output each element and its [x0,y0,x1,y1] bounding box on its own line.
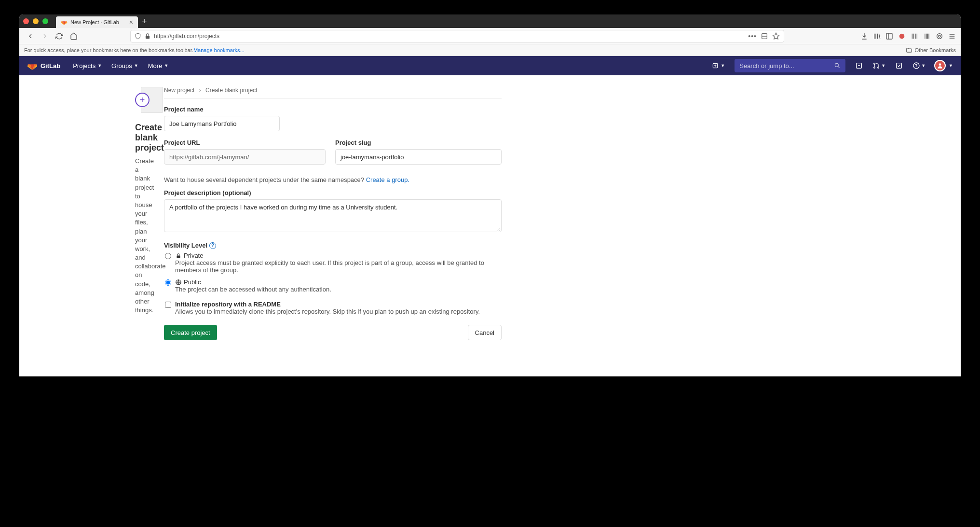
readme-checkbox[interactable] [165,302,171,308]
nav-todo[interactable] [891,62,907,69]
gitlab-favicon-icon [61,19,68,26]
nav-create-new[interactable]: ▼ [708,62,729,69]
extension-2-icon[interactable] [911,32,918,40]
svg-point-13 [913,63,919,69]
minimize-window[interactable] [33,18,39,24]
extension-3-icon[interactable] [923,32,931,40]
new-tab-button[interactable]: + [142,16,147,27]
visibility-public-radio[interactable] [165,279,171,286]
address-bar[interactable]: https://gitlab.com/projects ••• [130,30,784,42]
maximize-window[interactable] [42,18,48,24]
tab-title: New Project · GitLab [70,19,119,25]
plus-box-icon [712,62,719,69]
plus-circle-icon: + [135,93,150,107]
download-icon[interactable] [860,32,868,40]
svg-rect-12 [897,63,902,69]
close-tab-icon[interactable]: × [129,18,133,26]
svg-point-14 [939,63,941,66]
breadcrumb-create-blank: Create blank project [205,87,257,94]
folder-icon [906,47,912,54]
project-name-label: Project name [164,106,502,113]
svg-point-7 [835,63,839,67]
forward-button[interactable] [39,30,51,42]
other-bookmarks[interactable]: Other Bookmarks [906,47,956,54]
nav-issues[interactable] [851,62,867,69]
project-url-label: Project URL [164,139,326,146]
help-icon[interactable]: ? [209,242,216,249]
close-window[interactable] [23,18,29,24]
nav-merge-requests[interactable]: ▼ [869,62,889,69]
shield-icon [135,33,141,40]
user-avatar[interactable] [934,60,946,71]
reload-button[interactable] [53,30,66,42]
search-icon [834,62,841,69]
sidebar-icon[interactable] [885,32,893,40]
breadcrumb-new-project[interactable]: New project [164,87,194,94]
library-icon[interactable] [873,32,881,40]
gitlab-navbar: GitLab Projects▼ Groups▼ More▼ ▼ Search … [19,56,961,75]
nav-help[interactable]: ▼ [909,62,929,69]
svg-point-9 [874,63,875,65]
page-actions-icon[interactable]: ••• [748,32,757,40]
svg-point-4 [937,33,942,39]
page-content: + Create blank project Create a blank pr… [19,75,961,376]
bookmark-star-icon[interactable] [772,32,780,40]
url-bar: https://gitlab.com/projects ••• [19,28,961,44]
tab-bar: New Project · GitLab × + [19,14,961,28]
svg-rect-0 [146,36,150,39]
extension-4-icon[interactable] [936,32,943,40]
reader-icon[interactable] [761,32,768,40]
svg-point-5 [939,35,940,37]
lock-icon [144,33,151,40]
bookmark-toolbar: For quick access, place your bookmarks h… [19,44,961,56]
create-group-link[interactable]: Create a group. [366,176,409,183]
project-name-input[interactable] [164,116,280,131]
extension-1-icon[interactable] [898,32,906,40]
menu-icon[interactable] [948,32,956,40]
manage-bookmarks-link[interactable]: Manage bookmarks... [193,47,245,53]
nav-more[interactable]: More▼ [143,62,174,69]
create-project-illustration: + [135,87,163,115]
home-button[interactable] [68,30,80,42]
project-desc-input[interactable] [164,199,502,232]
project-url-input[interactable] [164,149,326,165]
globe-icon [175,279,182,286]
svg-point-11 [878,67,879,69]
svg-point-3 [899,33,905,39]
visibility-private-radio[interactable] [165,253,171,259]
lock-icon [175,252,182,259]
sidebar-title: Create blank project [135,123,145,153]
bookmark-hint: For quick access, place your bookmarks h… [24,47,193,53]
nav-groups[interactable]: Groups▼ [107,62,143,69]
svg-point-10 [874,67,875,69]
svg-rect-15 [177,255,180,258]
namespace-hint: Want to house several dependent projects… [164,176,502,183]
visibility-label: Visibility Level [164,242,207,249]
window-controls [23,18,48,24]
url-text: https://gitlab.com/projects [154,33,219,40]
project-slug-label: Project slug [335,139,502,146]
breadcrumb: New project › Create blank project [164,87,502,99]
svg-rect-2 [886,33,892,39]
search-input[interactable]: Search or jump to... [735,59,845,72]
project-slug-input[interactable] [335,149,502,165]
nav-projects[interactable]: Projects▼ [68,62,107,69]
gitlab-logo[interactable]: GitLab [27,60,60,71]
cancel-button[interactable]: Cancel [468,325,502,340]
browser-tab[interactable]: New Project · GitLab × [56,16,138,28]
create-project-button[interactable]: Create project [164,325,217,340]
sidebar-desc: Create a blank project to house your fil… [135,157,145,315]
person-icon [937,62,943,69]
back-button[interactable] [24,30,37,42]
project-desc-label: Project description (optional) [164,189,502,196]
